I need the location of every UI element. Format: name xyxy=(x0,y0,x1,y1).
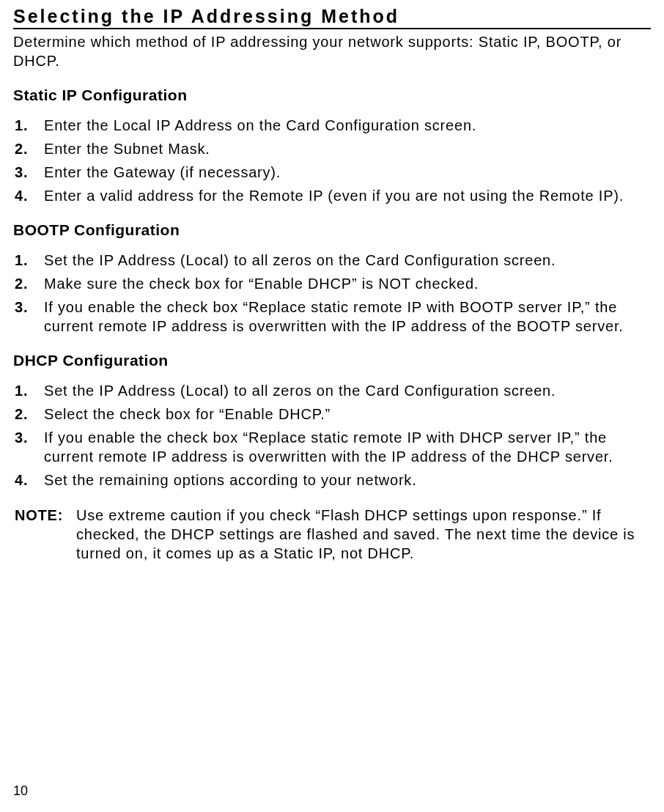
list-number: 3. xyxy=(13,298,44,336)
list-number: 3. xyxy=(13,428,44,466)
list-text: Select the check box for “Enable DHCP.” xyxy=(44,405,651,424)
list-text: Enter the Gateway (if necessary). xyxy=(44,163,651,182)
list-number: 1. xyxy=(13,381,44,400)
list-item: 4. Set the remaining options according t… xyxy=(13,470,651,490)
note-block: NOTE: Use extreme caution if you check “… xyxy=(13,506,651,563)
list-number: 2. xyxy=(13,274,44,293)
note-text: Use extreme caution if you check “Flash … xyxy=(76,506,651,563)
list-item: 1. Set the IP Address (Local) to all zer… xyxy=(13,381,651,400)
list-text: If you enable the check box “Replace sta… xyxy=(44,428,651,466)
dhcp-list: 1. Set the IP Address (Local) to all zer… xyxy=(13,381,651,490)
main-heading: Selecting the IP Addressing Method xyxy=(13,6,651,29)
list-number: 4. xyxy=(13,186,44,205)
list-item: 4. Enter a valid address for the Remote … xyxy=(13,186,651,205)
list-text: Enter the Subnet Mask. xyxy=(44,139,651,158)
list-item: 1. Enter the Local IP Address on the Car… xyxy=(13,116,651,135)
page-number: 10 xyxy=(13,783,28,799)
list-text: Enter a valid address for the Remote IP … xyxy=(44,186,651,205)
list-item: 2. Enter the Subnet Mask. xyxy=(13,139,651,158)
list-item: 3. Enter the Gateway (if necessary). xyxy=(13,163,651,182)
list-text: Enter the Local IP Address on the Card C… xyxy=(44,116,651,135)
list-number: 4. xyxy=(13,470,44,490)
list-text: Set the IP Address (Local) to all zeros … xyxy=(44,381,651,400)
list-item: 2. Select the check box for “Enable DHCP… xyxy=(13,405,651,424)
section-heading-static: Static IP Configuration xyxy=(13,86,651,104)
static-list: 1. Enter the Local IP Address on the Car… xyxy=(13,116,651,205)
note-label: NOTE: xyxy=(13,506,76,563)
list-number: 1. xyxy=(13,116,44,135)
list-item: 2. Make sure the check box for “Enable D… xyxy=(13,274,651,293)
list-text: If you enable the check box “Replace sta… xyxy=(44,298,651,336)
list-text: Make sure the check box for “Enable DHCP… xyxy=(44,274,651,293)
list-item: 3. If you enable the check box “Replace … xyxy=(13,298,651,336)
list-item: 1. Set the IP Address (Local) to all zer… xyxy=(13,251,651,270)
section-heading-dhcp: DHCP Configuration xyxy=(13,352,651,369)
list-number: 2. xyxy=(13,405,44,424)
list-number: 1. xyxy=(13,251,44,270)
list-text: Set the remaining options according to y… xyxy=(44,470,651,490)
section-heading-bootp: BOOTP Configuration xyxy=(13,221,651,239)
list-item: 3. If you enable the check box “Replace … xyxy=(13,428,651,466)
list-text: Set the IP Address (Local) to all zeros … xyxy=(44,251,651,270)
list-number: 3. xyxy=(13,163,44,182)
bootp-list: 1. Set the IP Address (Local) to all zer… xyxy=(13,251,651,336)
intro-paragraph: Determine which method of IP addressing … xyxy=(13,32,651,70)
list-number: 2. xyxy=(13,139,44,158)
